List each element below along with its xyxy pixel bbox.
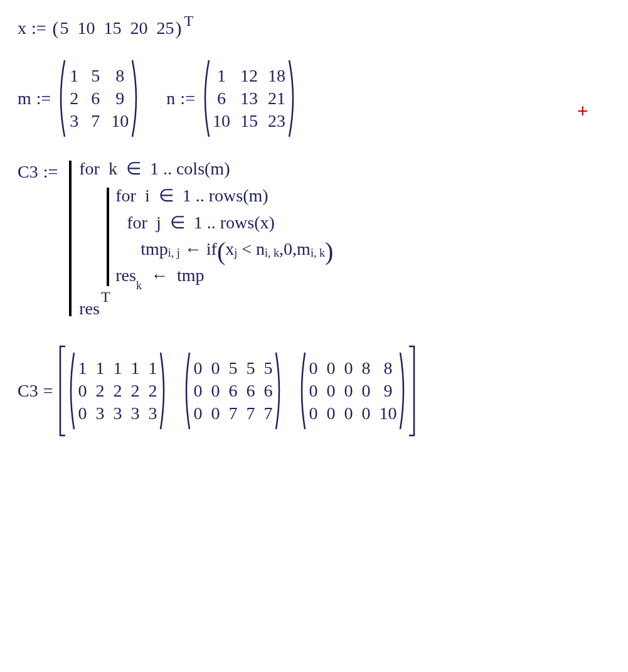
- arrow: ←: [151, 265, 168, 285]
- res-assign-line: resk ← tmp: [115, 265, 333, 289]
- cell: 13: [240, 88, 258, 109]
- result-matrix-3: 00088 00009 000010: [297, 350, 408, 432]
- cell: 8: [361, 358, 370, 378]
- loop-var: j: [156, 213, 161, 232]
- cell: 5: [263, 358, 272, 378]
- cell: 0: [193, 358, 202, 378]
- kw-for: for: [79, 159, 100, 178]
- cell: 0: [326, 403, 335, 424]
- result-matrix-2: 00555 00666 00777: [182, 350, 284, 432]
- paren-right: [159, 350, 168, 432]
- cell: 23: [268, 111, 285, 131]
- cell: 15: [240, 111, 258, 131]
- cell: 0: [361, 381, 370, 401]
- val: 20: [130, 18, 148, 38]
- cell: 0: [78, 381, 87, 401]
- cell: 0: [78, 403, 87, 424]
- cell: 0: [344, 381, 353, 401]
- rhs: tmp: [177, 265, 205, 285]
- return-line: resT: [79, 295, 333, 319]
- paren-right: ): [176, 18, 182, 39]
- cell: 1: [213, 66, 230, 86]
- cell: 9: [111, 88, 129, 109]
- program-bar: [69, 161, 72, 316]
- cell: 1: [148, 358, 157, 378]
- val: 15: [104, 18, 122, 38]
- cell: 0: [361, 403, 370, 424]
- res: res: [79, 299, 100, 318]
- cell: 5: [90, 66, 101, 86]
- sub: k: [136, 279, 142, 292]
- paren-right: [131, 58, 141, 139]
- sub: j: [234, 247, 237, 260]
- cell: 3: [68, 111, 80, 131]
- cell: 0: [211, 403, 220, 424]
- program-bar: [107, 188, 109, 286]
- tmp-assign-line: tmpi, j ← if ( xj < ni, k , 0 , mi, k ): [141, 239, 333, 259]
- cursor-marker: +: [577, 100, 588, 122]
- in-symbol: ∈: [126, 159, 141, 178]
- cell: 2: [130, 381, 139, 401]
- cell: 8: [111, 66, 129, 86]
- range: 1 .. cols(m): [150, 159, 230, 178]
- paren-right: [275, 350, 284, 432]
- transpose: T: [184, 13, 194, 29]
- equals-op: =: [43, 381, 53, 401]
- lt: <: [242, 239, 252, 259]
- cell: 0: [344, 358, 353, 378]
- cell: 3: [130, 403, 139, 424]
- arg: m: [297, 239, 311, 259]
- cell: 0: [211, 381, 220, 401]
- arg: n: [256, 239, 265, 259]
- cell: 21: [268, 88, 285, 109]
- cell: 6: [263, 381, 272, 401]
- kw-for: for: [115, 186, 136, 205]
- result-matrix-1: 11111 02222 03333: [67, 350, 168, 432]
- matrix-body: 158 269 3710: [66, 62, 131, 135]
- cell: 18: [268, 66, 285, 86]
- cell: 0: [309, 358, 317, 378]
- matrix-body: 00555 00666 00777: [191, 355, 275, 427]
- paren-right: [399, 350, 408, 432]
- sub: i, k: [311, 247, 325, 260]
- var-c3: C3: [18, 381, 38, 401]
- cell: 6: [90, 88, 101, 109]
- cell: 10: [111, 111, 129, 131]
- bracket-right: [408, 344, 417, 438]
- matrix-m: 158 269 3710: [56, 58, 141, 139]
- cell: 3: [113, 403, 122, 424]
- cell: 0: [211, 358, 220, 378]
- paren-left: [56, 58, 66, 139]
- cell: 8: [379, 358, 396, 378]
- cell: 6: [246, 381, 255, 401]
- paren-left: [297, 350, 306, 432]
- cell: 10: [379, 403, 396, 424]
- in-symbol: ∈: [170, 213, 185, 232]
- cell: 0: [193, 381, 202, 401]
- cell: 7: [246, 403, 255, 424]
- inner-block: for i ∈ 1 .. rows(m) for j ∈ 1 .. rows(x…: [107, 185, 333, 289]
- val: 10: [78, 18, 95, 38]
- arg: x: [225, 239, 234, 259]
- var-m: m: [18, 88, 31, 109]
- row-vector: ( 5 10 15 20 25 ): [51, 18, 183, 39]
- lhs: res: [115, 265, 136, 285]
- kw-for: for: [127, 213, 147, 232]
- cell: 12: [240, 66, 258, 86]
- cell: 6: [228, 381, 237, 401]
- matrix-n: 11218 61321 101523: [200, 58, 298, 139]
- cell: 1: [78, 358, 87, 378]
- paren-left: [67, 350, 75, 432]
- cell: 1: [68, 66, 80, 86]
- loop-var: k: [109, 159, 117, 178]
- paren-left: [182, 350, 191, 432]
- cell: 2: [68, 88, 80, 109]
- nested-matrices: 11111 02222 03333 00555 00666 00777 0008…: [67, 350, 408, 432]
- cell: 2: [95, 381, 104, 401]
- var-c3: C3: [18, 162, 38, 182]
- for-j-line: for j ∈ 1 .. rows(x): [127, 212, 333, 233]
- cell: 0: [193, 403, 202, 424]
- assign-op: :=: [180, 88, 195, 109]
- cell: 3: [95, 403, 104, 424]
- lhs: tmp: [141, 239, 168, 259]
